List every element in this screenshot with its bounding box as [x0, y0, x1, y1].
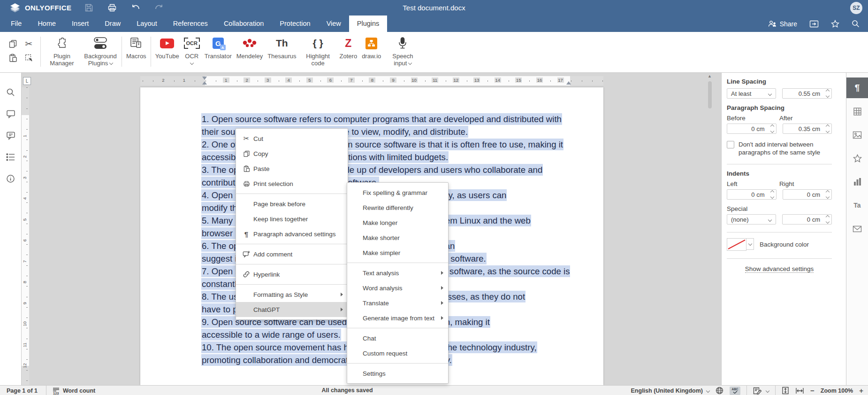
copy-icon[interactable]	[5, 37, 21, 51]
menu-item-page-break-before[interactable]: Page break before	[236, 196, 348, 211]
cut-icon[interactable]: ✂	[21, 37, 37, 51]
menu-item-chatgpt[interactable]: ChatGPT	[236, 302, 348, 317]
submenu-item-chat[interactable]: Chat	[347, 331, 448, 346]
redo-button[interactable]	[153, 2, 165, 14]
print-button[interactable]	[106, 2, 118, 14]
comments-icon[interactable]	[0, 103, 21, 124]
spinner-arrows[interactable]	[826, 191, 829, 198]
select-all-icon[interactable]	[21, 51, 37, 65]
tab-plugins[interactable]: Plugins	[349, 15, 388, 32]
background-plugins-button[interactable]: Background Plugins	[81, 32, 120, 72]
paragraph-settings-icon[interactable]: ¶	[846, 77, 868, 98]
indent-left-input[interactable]: 0 cm	[727, 189, 777, 200]
ocr-button[interactable]: OCR OCR	[182, 32, 202, 72]
highlight-code-button[interactable]: { } Highlight code	[299, 32, 337, 72]
menu-item-add-comment[interactable]: Add comment	[236, 247, 348, 262]
special-select[interactable]: (none)	[727, 214, 776, 225]
tab-draw[interactable]: Draw	[97, 15, 129, 32]
tab-home[interactable]: Home	[30, 15, 64, 32]
zoom-in-button[interactable]: +	[859, 387, 863, 395]
youtube-button[interactable]: YouTube	[153, 32, 182, 72]
table-settings-icon[interactable]	[846, 101, 868, 122]
track-changes-icon[interactable]	[753, 387, 769, 395]
search-icon[interactable]	[0, 81, 21, 103]
spinner-arrows[interactable]	[826, 125, 829, 132]
tab-layout[interactable]: Layout	[129, 15, 165, 32]
ruler-tab-selector[interactable]: L	[23, 77, 31, 85]
tab-file[interactable]: File	[3, 15, 30, 32]
paste-icon[interactable]	[5, 51, 21, 65]
spinner-arrows[interactable]	[826, 90, 829, 97]
left-indent-marker[interactable]	[202, 81, 207, 85]
menu-item-formatting-as-style[interactable]: Formatting as Style	[236, 287, 348, 302]
first-line-indent-marker[interactable]	[202, 77, 207, 80]
share-button[interactable]: Share	[768, 20, 797, 28]
fit-width-icon[interactable]	[795, 387, 804, 394]
mendeley-button[interactable]: Mendeley	[234, 32, 265, 72]
spacing-after-input[interactable]: 0.35 cm	[783, 124, 832, 134]
spinner-arrows[interactable]	[771, 191, 774, 198]
submenu-item-rewrite-differently[interactable]: Rewrite differently	[347, 200, 448, 215]
menu-item-print-selection[interactable]: Print selection	[236, 176, 348, 191]
menu-item-copy[interactable]: Copy	[236, 146, 348, 161]
spinner-arrows[interactable]	[771, 125, 774, 132]
tab-view[interactable]: View	[319, 15, 349, 32]
menu-item-paste[interactable]: Paste	[236, 161, 348, 176]
about-icon[interactable]	[0, 168, 21, 189]
submenu-item-text-analysis[interactable]: Text analysis	[347, 265, 448, 280]
word-count-button[interactable]: 123 Word count	[52, 387, 95, 395]
vertical-ruler[interactable]: 12 34 56 78 910 1112	[22, 87, 29, 385]
fit-page-icon[interactable]	[782, 387, 789, 395]
submenu-item-fix-spelling[interactable]: Fix spelling & grammar	[347, 185, 448, 200]
navigation-icon[interactable]	[0, 146, 21, 168]
mail-merge-icon[interactable]	[846, 218, 868, 239]
translator-button[interactable]: GA Translator	[202, 32, 234, 72]
submenu-item-translate[interactable]: Translate	[347, 295, 448, 310]
spinner-arrows[interactable]	[826, 216, 829, 223]
special-amount-input[interactable]: 0 cm	[782, 214, 832, 225]
open-file-location-icon[interactable]	[809, 20, 819, 28]
plugin-manager-button[interactable]: Plugin Manager	[43, 32, 81, 72]
submenu-item-make-simpler[interactable]: Make simpler	[347, 245, 448, 260]
menu-item-keep-lines-together[interactable]: Keep lines together	[236, 211, 348, 226]
feedback-icon[interactable]	[0, 124, 21, 146]
submenu-item-make-longer[interactable]: Make longer	[347, 215, 448, 230]
submenu-item-generate-image[interactable]: Generate image from text	[347, 310, 448, 325]
vertical-scrollbar[interactable]: ▲	[707, 73, 713, 385]
show-advanced-settings-link[interactable]: Show advanced settings	[745, 265, 814, 273]
submenu-item-make-shorter[interactable]: Make shorter	[347, 230, 448, 245]
drawio-button[interactable]: draw.io	[359, 32, 383, 72]
menu-item-paragraph-advanced-settings[interactable]: ¶ Paragraph advanced settings	[236, 226, 348, 241]
menu-item-hyperlink[interactable]: Hyperlink	[236, 267, 348, 282]
tab-protection[interactable]: Protection	[272, 15, 318, 32]
speech-input-button[interactable]: Speech input	[383, 32, 422, 72]
background-color-swatch[interactable]	[727, 238, 754, 251]
indent-right-input[interactable]: 0 cm	[783, 189, 832, 200]
scrollbar-thumb[interactable]	[708, 81, 712, 108]
interval-checkbox[interactable]	[727, 141, 734, 148]
submenu-item-settings[interactable]: Settings	[347, 366, 448, 381]
chart-settings-icon[interactable]	[846, 171, 868, 192]
tab-collaboration[interactable]: Collaboration	[216, 15, 272, 32]
line-spacing-amount-input[interactable]: 0.55 cm	[782, 88, 832, 99]
zotero-button[interactable]: Z Zotero	[337, 32, 360, 72]
search-icon[interactable]	[852, 20, 860, 28]
submenu-item-custom-request[interactable]: Custom request	[347, 346, 448, 361]
spell-check-icon[interactable]: ABC	[730, 387, 740, 395]
text-art-settings-icon[interactable]: Ta	[846, 195, 868, 216]
shape-settings-icon[interactable]	[846, 148, 868, 169]
page-indicator[interactable]: Page 1 of 1	[7, 387, 38, 394]
image-settings-icon[interactable]	[846, 124, 868, 145]
thesaurus-button[interactable]: Th Thesaurus	[265, 32, 298, 72]
tab-references[interactable]: References	[165, 15, 216, 32]
horizontal-ruler[interactable]: 2 1 12 34 56 78 910 1112 1314 1516 17	[140, 76, 603, 85]
undo-button[interactable]	[129, 2, 142, 14]
macros-button[interactable]: Macros	[124, 32, 149, 72]
zoom-out-button[interactable]: −	[810, 387, 815, 395]
zoom-level[interactable]: Zoom 100%	[821, 387, 853, 394]
line-spacing-select[interactable]: At least	[727, 88, 776, 99]
save-button[interactable]	[83, 2, 95, 14]
favorite-star-icon[interactable]	[831, 20, 839, 28]
language-selector[interactable]: English (United Kingdom)	[631, 387, 709, 394]
tab-insert[interactable]: Insert	[64, 15, 97, 32]
